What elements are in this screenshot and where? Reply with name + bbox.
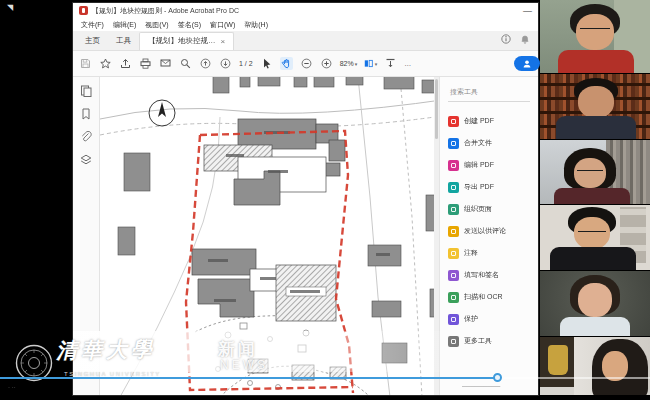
page-indicator[interactable]: 1 / 2 <box>239 60 253 67</box>
participant-video-2[interactable] <box>540 73 650 139</box>
menu-view[interactable]: 视图(V) <box>145 20 168 30</box>
page-layout-dropdown[interactable]: ▾ <box>364 57 377 70</box>
export-pdf-icon <box>448 182 459 193</box>
participant-video-1[interactable] <box>540 0 650 73</box>
zoom-in-button[interactable] <box>320 57 333 70</box>
blurred-caption-text: ───────── <box>462 383 500 389</box>
tab-document[interactable]: 【规划】地块控规… × <box>139 32 234 50</box>
send-file-button[interactable] <box>159 57 172 70</box>
stray-cursor-mark: ◥ <box>7 3 13 12</box>
next-page-button[interactable] <box>219 57 232 70</box>
search-tools-input[interactable]: 搜索工具 <box>448 85 530 102</box>
bookmarks-icon[interactable] <box>80 108 92 120</box>
blurred-corner-text: · ·· <box>8 384 16 390</box>
print-button[interactable] <box>139 57 152 70</box>
share-with-people-button[interactable] <box>514 56 540 71</box>
attachments-icon[interactable] <box>80 131 92 143</box>
save-button[interactable] <box>79 57 92 70</box>
search-icon[interactable] <box>179 57 192 70</box>
protect-icon <box>448 314 459 325</box>
participant-video-3[interactable] <box>540 139 650 204</box>
minimize-button[interactable]: — <box>523 8 532 14</box>
menu-bar: 文件(F) 编辑(E) 视图(V) 签名(S) 窗口(W) 帮助(H) <box>73 18 538 31</box>
edit-pdf-icon <box>448 160 459 171</box>
create-pdf-icon <box>448 116 459 127</box>
chevron-down-icon: ▾ <box>355 61 358 67</box>
acrobat-app-icon <box>79 6 88 15</box>
tool-comment[interactable]: 注释 <box>448 242 538 264</box>
watermark-divider <box>201 343 203 372</box>
scan-ocr-icon <box>448 292 459 303</box>
fill-sign-icon <box>448 270 459 281</box>
tab-document-label: 【规划】地块控规… <box>148 36 216 46</box>
tab-close-icon[interactable]: × <box>221 37 226 46</box>
chevron-down-icon: ▾ <box>375 61 378 67</box>
window-titlebar: 【规划】地块控规图则 - Adobe Acrobat Pro DC — <box>73 3 538 18</box>
menu-file[interactable]: 文件(F) <box>81 20 104 30</box>
share-upload-button[interactable] <box>119 57 132 70</box>
tool-edit-pdf[interactable]: 编辑 PDF <box>448 154 538 176</box>
page-thumbnails-icon[interactable] <box>80 85 92 97</box>
tab-bar: 主页 工具 【规划】地块控规… × <box>73 31 538 51</box>
notification-bell-icon[interactable] <box>520 34 530 44</box>
video-progress-filled[interactable] <box>0 377 497 379</box>
menu-sign[interactable]: 签名(S) <box>178 20 201 30</box>
menu-edit[interactable]: 编辑(E) <box>113 20 136 30</box>
tool-scan-ocr[interactable]: 扫描和 OCR <box>448 286 538 308</box>
account-info-icon[interactable] <box>501 34 511 44</box>
jar-prop <box>548 345 568 375</box>
hand-tool-button[interactable] <box>280 57 293 70</box>
video-progress-track[interactable] <box>504 377 650 379</box>
tool-send-for-comments[interactable]: 发送以供评论 <box>448 220 538 242</box>
tab-home[interactable]: 主页 <box>77 33 108 50</box>
tool-create-pdf[interactable]: 创建 PDF <box>448 110 538 132</box>
fit-width-button[interactable] <box>384 57 397 70</box>
comment-icon <box>448 248 459 259</box>
star-button[interactable] <box>99 57 112 70</box>
send-for-comments-icon <box>448 226 459 237</box>
news-channel-en: NEWS <box>220 358 268 372</box>
layers-icon[interactable] <box>80 154 92 166</box>
combine-files-icon <box>448 138 459 149</box>
screen: { "pdf_app": { "title": "【规划】地块控规图则 - Ad… <box>0 0 650 400</box>
tool-organize-pages[interactable]: 组织页面 <box>448 198 538 220</box>
participant-video-column <box>540 0 650 400</box>
more-tools-button[interactable]: … <box>404 60 411 67</box>
tool-combine-files[interactable]: 合并文件 <box>448 132 538 154</box>
organize-pages-icon <box>448 204 459 215</box>
tool-protect[interactable]: 保护 <box>448 308 538 330</box>
zoom-out-button[interactable] <box>300 57 313 70</box>
zoom-level-value: 82% <box>340 60 354 67</box>
menu-window[interactable]: 窗口(W) <box>210 20 235 30</box>
tsinghua-calligraphy: 清華大學 <box>56 335 156 365</box>
window-title: 【规划】地块控规图则 - Adobe Acrobat Pro DC <box>92 6 239 16</box>
participant-video-5[interactable] <box>540 270 650 336</box>
select-tool-button[interactable] <box>260 57 273 70</box>
participant-video-6[interactable] <box>540 336 650 400</box>
tool-export-pdf[interactable]: 导出 PDF <box>448 176 538 198</box>
previous-page-button[interactable] <box>199 57 212 70</box>
tool-fill-sign[interactable]: 填写和签名 <box>448 264 538 286</box>
tab-tools[interactable]: 工具 <box>108 33 139 50</box>
video-progress-handle[interactable] <box>493 373 502 382</box>
menu-help[interactable]: 帮助(H) <box>244 20 268 30</box>
zoom-level-dropdown[interactable]: 82%▾ <box>340 60 358 67</box>
toolbar: 1 / 2 82%▾ ▾ … <box>73 51 538 77</box>
participant-video-4[interactable] <box>540 204 650 269</box>
